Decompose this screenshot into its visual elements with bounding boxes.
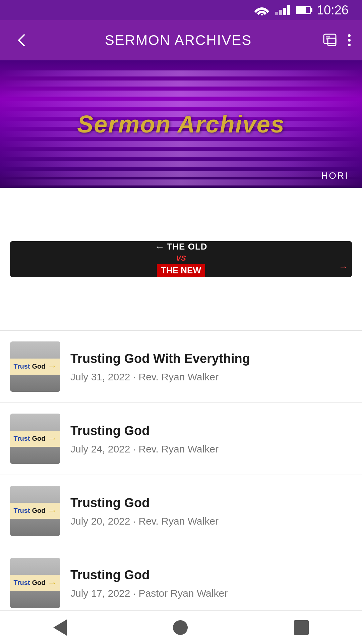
- nav-recents-button[interactable]: [284, 617, 319, 638]
- svg-point-0: [261, 14, 263, 15]
- chat-icon-button[interactable]: [323, 33, 338, 48]
- status-icons: 10:26: [254, 3, 349, 17]
- sermon-list: ← THE OLD VS THE NEW → The Old vs The Ne…: [0, 188, 362, 619]
- banner: Sermon Archives HORI: [0, 60, 362, 188]
- banner-title-wrap: Sermon Archives: [77, 110, 285, 138]
- back-button[interactable]: [11, 29, 34, 52]
- page-title: SERMON ARCHIVES: [42, 32, 315, 48]
- banner-title: Sermon Archives: [77, 111, 285, 138]
- svg-point-6: [348, 39, 351, 42]
- sermon-item[interactable]: Trust God → Trusting God July 17, 2022 ·…: [0, 547, 362, 619]
- sermon-info: The Old vs The New (following G… July 6,…: [352, 199, 362, 320]
- sermon-title: Trusting God With Everything: [70, 351, 352, 367]
- sermon-thumbnail: Trust God →: [10, 414, 60, 464]
- sermon-info: Trusting God July 24, 2022 · Rev. Ryan W…: [60, 423, 352, 454]
- nav-home-button[interactable]: [163, 617, 198, 638]
- sermon-title: Trusting God: [70, 423, 352, 439]
- svg-rect-1: [324, 34, 336, 44]
- banner-watermark: HORI: [321, 170, 349, 181]
- signal-icon: [275, 5, 290, 15]
- svg-point-7: [348, 44, 351, 46]
- status-bar: 10:26: [0, 0, 362, 20]
- sermon-item[interactable]: ← THE OLD VS THE NEW → The Old vs The Ne…: [0, 188, 362, 331]
- sermon-meta: July 31, 2022 · Rev. Ryan Walker: [70, 371, 352, 383]
- svg-rect-2: [328, 38, 336, 46]
- sermon-thumbnail: Trust God →: [10, 558, 60, 608]
- sermon-thumbnail: ← THE OLD VS THE NEW →: [10, 241, 352, 277]
- sermon-meta: July 24, 2022 · Rev. Ryan Walker: [70, 443, 352, 455]
- sermon-info: Trusting God July 20, 2022 · Rev. Ryan W…: [60, 495, 352, 527]
- sermon-thumbnail: Trust God →: [10, 486, 60, 536]
- battery-icon: [296, 6, 311, 14]
- wifi-icon: [254, 5, 269, 15]
- nav-back-button[interactable]: [43, 616, 77, 639]
- app-bar-actions: [323, 33, 351, 48]
- sermon-meta: July 20, 2022 · Rev. Ryan Walker: [70, 516, 352, 527]
- sermon-item[interactable]: Trust God → Trusting God With Everything…: [0, 331, 362, 403]
- sermon-info: Trusting God With Everything July 31, 20…: [60, 351, 352, 382]
- sermon-thumbnail: Trust God →: [10, 341, 60, 392]
- sermon-info: Trusting God July 17, 2022 · Pastor Ryan…: [60, 567, 352, 599]
- sermon-item[interactable]: Trust God → Trusting God July 24, 2022 ·…: [0, 403, 362, 475]
- bottom-nav: [0, 610, 362, 644]
- sermon-title: Trusting God: [70, 495, 352, 511]
- more-options-button[interactable]: [347, 33, 351, 48]
- sermon-meta: July 17, 2022 · Pastor Ryan Walker: [70, 588, 352, 599]
- app-bar: SERMON ARCHIVES: [0, 20, 362, 60]
- status-time: 10:26: [317, 3, 349, 17]
- sermon-item[interactable]: Trust God → Trusting God July 20, 2022 ·…: [0, 475, 362, 547]
- sermon-title: Trusting God: [70, 567, 352, 583]
- svg-point-5: [348, 34, 351, 37]
